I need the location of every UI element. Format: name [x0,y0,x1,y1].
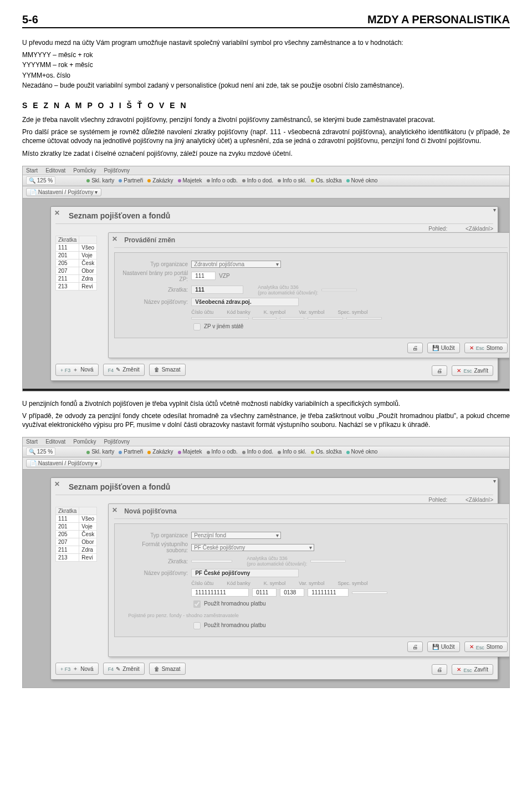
tb-os-slozka[interactable]: Os. složka [311,177,342,184]
typ-organizace-select[interactable]: Penzijní fond [191,532,281,539]
smazat-button[interactable]: 🗑Smazat [149,364,186,376]
trash-icon: 🗑 [154,666,160,672]
analytika-sub: (pro automatické účtování): [258,290,318,296]
printer-icon: 🖨 [437,666,442,673]
tb-info-dod[interactable]: Info o dod. [242,177,273,184]
paragraph: U převodu mezd na účty Vám program umožň… [22,38,510,47]
tb-zakazky[interactable]: Zakázky [147,449,173,455]
zmenit-button[interactable]: F4✎Změnit [103,663,145,675]
zavrit-button[interactable]: ✕EscZavřít [452,664,493,675]
hromadna-platba2-checkbox[interactable] [193,622,201,629]
format-select[interactable]: PF České pojišťovny [191,544,314,551]
save-icon: 💾 [432,644,439,650]
k-symbol-input[interactable]: 0138 [280,588,304,597]
list-item: YYYYMM – rok + měsíc [22,60,510,69]
zoom-indicator[interactable]: 🔍 125 % [26,176,55,185]
tab-nastaveni-pojistovny[interactable]: 📄 Nastavení / Pojišťovny ▾ [26,188,101,196]
tb-info-skl[interactable]: Info o skl. [278,177,306,184]
print-button[interactable]: 🖨 [407,642,423,652]
close-icon: ✕ [457,368,461,374]
cislo-uctu-input[interactable] [191,317,249,319]
plus-icon: ＋ [73,665,78,673]
ulozit-button[interactable]: 💾Uložit [427,343,460,353]
table-row: 111Všeo [56,515,97,523]
tb-sklkarty[interactable]: Skl. karty [86,177,114,184]
pohled-label: Pohled: [428,226,447,232]
close-icon[interactable]: ✕ [54,209,60,217]
spec-symbol-input[interactable] [346,317,382,319]
kod-banky-input[interactable]: 0111 [252,588,277,597]
tb-partneri[interactable]: Partneři [119,449,143,455]
menu-pomucky[interactable]: Pomůcky [73,439,96,445]
menu-editovat[interactable]: Editovat [45,167,65,174]
analytika-input[interactable] [321,289,357,291]
tb-majetek[interactable]: Majetek [178,449,202,455]
typ-organizace-label: Typ organizace [121,532,188,538]
toolbar: 🔍 125 % Skl. karty Partneři Zakázky Maje… [23,175,509,186]
zmenit-button[interactable]: F4✎Změnit [103,364,145,376]
table-row: 211Zdra [56,274,97,282]
col-header: Spec. symbol [338,309,368,315]
smazat-button[interactable]: 🗑Smazat [149,663,186,675]
tb-nove-okno[interactable]: Nové okno [346,449,378,455]
tb-info-skl[interactable]: Info o skl. [278,449,306,455]
table-row: 213Revi [56,282,97,290]
kod-banky-input[interactable] [252,317,277,319]
menu-start[interactable]: Start [26,439,38,445]
pojistovny-table[interactable]: Zkratka 111Všeo 201Voje 205Česk 207Obor … [55,507,97,562]
menu-pojistovny[interactable]: Pojišťovny [104,167,130,174]
nazev-value: PF České pojišťovny [191,569,299,577]
hromadna-platba2-label: Použít hromadnou platbu [204,622,266,628]
var-symbol-input[interactable] [308,317,343,319]
tb-zakazky[interactable]: Zakázky [147,177,173,184]
ulozit-button[interactable]: 💾Uložit [427,642,460,652]
close-icon[interactable]: ✕ [112,506,117,514]
print-button[interactable]: 🖨 [432,664,447,675]
menu-start[interactable]: Start [26,167,38,174]
print-button[interactable]: 🖨 [407,343,423,353]
menu-pojistovny[interactable]: Pojišťovny [104,439,130,445]
storno-button[interactable]: ✕EscStorno [464,642,508,652]
tb-info-odb[interactable]: Info o odb. [207,449,238,455]
tab-nastaveni-pojistovny[interactable]: 📄 Nastavení / Pojišťovny ▾ [26,459,101,467]
zoom-indicator[interactable]: 🔍 125 % [26,447,55,456]
print-button[interactable]: 🖨 [432,365,447,376]
k-symbol-input[interactable] [280,317,304,319]
analytika-input[interactable] [310,560,346,562]
analytika-sub: (pro automatické účtování): [247,561,307,567]
modal-nova-pojistovna: ✕ Nová pojišťovna Typ organizace Penzijn… [108,503,510,657]
tb-partneri[interactable]: Partneři [119,177,143,184]
hromadna-platba-checkbox[interactable] [193,600,201,608]
pojistovny-table[interactable]: Zkratka 111Všeo 201Voje 205Česk 207Obor … [55,236,97,291]
storno-button[interactable]: ✕EscStorno [464,343,508,353]
tb-nove-okno[interactable]: Nové okno [346,177,378,184]
tb-majetek[interactable]: Majetek [178,177,202,184]
var-symbol-input[interactable]: 11111111 [308,588,349,597]
typ-organizace-label: Typ organizace [121,261,188,267]
panel-seznam-pojistoven: ✕ Seznam pojišťoven a fondů Pohled: <Zák… [50,206,498,381]
portal-code-input[interactable]: 111 [191,272,216,280]
zkratka-value: 111 [191,286,243,294]
nova-button[interactable]: + F3＋Nová [55,663,99,675]
menu-editovat[interactable]: Editovat [45,439,65,445]
tb-info-odb[interactable]: Info o odb. [207,177,238,184]
spec-symbol-input[interactable] [352,592,387,594]
tb-os-slozka[interactable]: Os. složka [311,449,342,455]
cancel-icon: ✕ [469,345,474,351]
printer-icon: 🖨 [412,345,418,351]
table-row: 201Voje [56,251,97,259]
menu-pomucky[interactable]: Pomůcky [73,167,96,174]
typ-organizace-select[interactable]: Zdravotní pojišťovna [191,261,281,268]
tb-sklkarty[interactable]: Skl. karty [86,449,114,455]
close-icon[interactable]: ✕ [54,480,60,488]
zavrit-button[interactable]: ✕EscZavřít [452,365,493,376]
tb-info-dod[interactable]: Info o dod. [242,449,273,455]
pohled-select[interactable]: <Základní> [449,226,493,232]
pohled-select[interactable]: <Základní> [449,497,493,503]
nova-button[interactable]: + F3＋Nová [55,364,99,376]
zkratka-input[interactable] [191,560,232,562]
close-icon[interactable]: ✕ [112,235,117,243]
zp-jinem-state-checkbox[interactable] [193,323,201,330]
cislo-uctu-input[interactable]: 1111111111 [191,588,249,597]
list-item: YYMM+os. číslo [22,71,510,80]
